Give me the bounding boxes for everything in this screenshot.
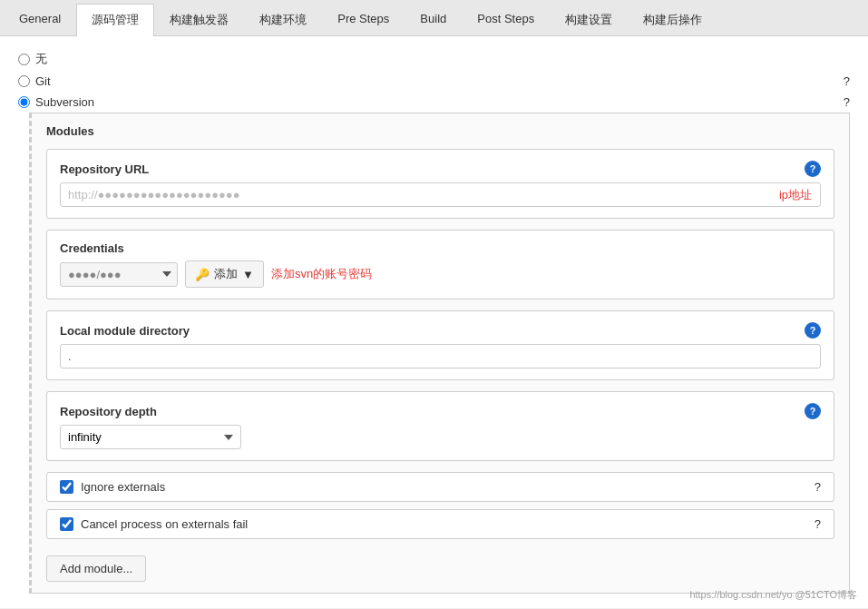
tab-postbuild[interactable]: 构建后操作 — [628, 4, 717, 35]
tab-settings[interactable]: 构建设置 — [550, 4, 628, 35]
tab-source[interactable]: 源码管理 — [76, 4, 154, 36]
credentials-row: ●●●●/●●● 🔑 添加 ▼ 添加svn的账号密码 — [60, 260, 821, 288]
tab-presteps[interactable]: Pre Steps — [322, 4, 405, 35]
local-dir-input[interactable] — [60, 344, 821, 368]
repo-depth-select[interactable]: infinity empty files immediates — [60, 425, 241, 449]
modules-title: Modules — [46, 124, 834, 138]
ignore-externals-left: Ignore externals — [60, 480, 165, 494]
local-dir-label-row: Local module directory ? — [60, 322, 821, 339]
cancel-on-fail-checkbox[interactable] — [60, 517, 73, 531]
radio-svn-label[interactable]: Subversion — [35, 95, 94, 109]
add-dropdown-icon: ▼ — [242, 268, 254, 281]
repo-depth-label: Repository depth — [60, 405, 157, 418]
git-help-icon[interactable]: ? — [844, 74, 850, 88]
ignore-externals-label: Ignore externals — [81, 480, 165, 494]
key-icon: 🔑 — [195, 268, 210, 281]
tab-bar: General 源码管理 构建触发器 构建环境 Pre Steps Build … — [0, 0, 868, 36]
radio-row-svn: Subversion ? — [18, 95, 850, 109]
radio-item-svn: Subversion — [18, 95, 94, 109]
radio-item-git: Git — [18, 74, 51, 88]
local-dir-label: Local module directory — [60, 324, 190, 338]
ignore-externals-checkbox[interactable] — [60, 480, 73, 494]
radio-none[interactable] — [18, 54, 30, 65]
local-module-dir-group: Local module directory ? — [46, 310, 834, 380]
credentials-label-row: Credentials — [60, 241, 821, 255]
tab-poststeps[interactable]: Post Steps — [462, 4, 550, 35]
depth-select-wrap: infinity empty files immediates — [60, 425, 821, 449]
tab-triggers[interactable]: 构建触发器 — [154, 4, 244, 35]
tab-build[interactable]: Build — [405, 4, 462, 35]
ignore-externals-help-icon[interactable]: ? — [814, 480, 821, 494]
repo-depth-label-row: Repository depth ? — [60, 403, 821, 419]
url-input-row: ip地址 — [60, 182, 821, 207]
cancel-on-fail-group: Cancel process on externals fail ? — [46, 509, 834, 539]
radio-svn[interactable] — [18, 96, 30, 108]
repo-depth-group: Repository depth ? infinity empty files … — [46, 391, 834, 461]
radio-git-label[interactable]: Git — [35, 74, 51, 88]
tab-env[interactable]: 构建环境 — [244, 4, 322, 35]
add-credentials-button[interactable]: 🔑 添加 ▼ — [185, 260, 264, 288]
radio-none-label[interactable]: 无 — [35, 51, 47, 67]
credentials-label: Credentials — [60, 241, 124, 255]
radio-item-none: 无 — [18, 51, 850, 67]
credentials-group: Credentials ●●●●/●●● 🔑 添加 ▼ 添加svn的账号密码 — [46, 230, 834, 300]
credentials-annotation: 添加svn的账号密码 — [271, 266, 372, 282]
credentials-select[interactable]: ●●●●/●●● — [60, 262, 178, 287]
radio-git[interactable] — [18, 75, 30, 87]
ignore-externals-group: Ignore externals ? — [46, 472, 834, 502]
repo-url-label-row: Repository URL ? — [60, 161, 821, 177]
modules-section: Modules Repository URL ? ip地址 Credential… — [29, 113, 850, 594]
add-module-button[interactable]: Add module... — [46, 555, 146, 582]
repo-url-input[interactable] — [60, 182, 821, 207]
content-area: 无 Git ? Subversion ? Modules Repository … — [0, 36, 868, 608]
local-dir-help-icon[interactable]: ? — [805, 322, 821, 339]
tab-general[interactable]: General — [4, 4, 76, 35]
repo-depth-help-icon[interactable]: ? — [805, 403, 821, 419]
repo-url-group: Repository URL ? ip地址 — [46, 149, 834, 219]
cancel-on-fail-label: Cancel process on externals fail — [81, 517, 248, 531]
repo-url-label: Repository URL — [60, 162, 149, 176]
cancel-on-fail-left: Cancel process on externals fail — [60, 517, 248, 531]
repo-url-help-icon[interactable]: ? — [805, 161, 821, 177]
svn-help-icon[interactable]: ? — [844, 95, 850, 109]
add-btn-label: 添加 — [214, 266, 238, 282]
cancel-on-fail-help-icon[interactable]: ? — [814, 517, 821, 531]
radio-row-git: Git ? — [18, 74, 850, 88]
